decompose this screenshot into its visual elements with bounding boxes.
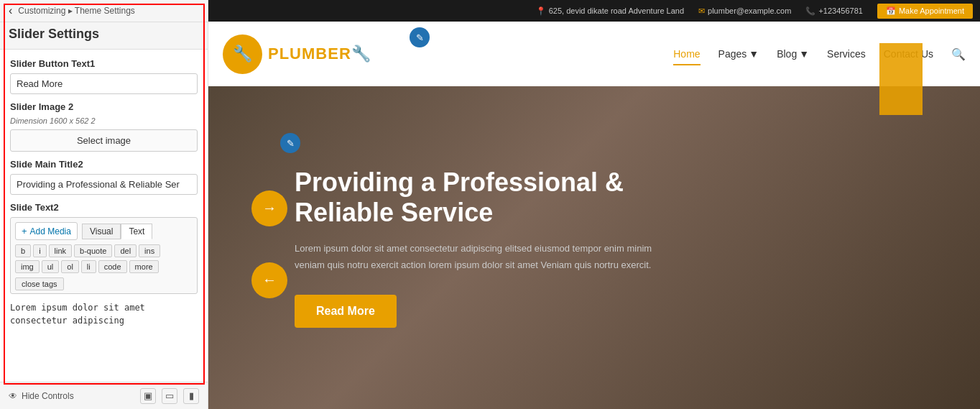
nav-blog[interactable]: Blog ▼ — [777, 48, 809, 60]
add-media-icon: + — [22, 226, 27, 236]
top-info-bar: 📍 625, devid dikate road Adventure Land … — [208, 0, 980, 22]
fmt-b-button[interactable]: b — [15, 244, 31, 257]
nav-pages[interactable]: Pages ▼ — [718, 48, 759, 60]
email-text: plumber@example.com — [708, 6, 791, 15]
field4-label: Slide Text2 — [10, 202, 198, 213]
logo-text: PLUMBER🔧 — [268, 45, 371, 63]
lorem-preview-text: Lorem ipsum dolor sit amet consectetur a… — [10, 301, 198, 327]
email-info: ✉ plumber@example.com — [698, 6, 791, 16]
make-appointment-button[interactable]: 📅 Make Appointment — [877, 4, 973, 19]
nav-home[interactable]: Home — [673, 48, 700, 60]
email-icon: ✉ — [698, 6, 705, 16]
field2-label: Slider Image 2 — [10, 101, 198, 112]
slide-main-title2-input[interactable] — [10, 174, 198, 195]
add-media-button[interactable]: + Add Media — [15, 222, 78, 240]
website-preview: 📍 625, devid dikate road Adventure Land … — [208, 0, 980, 409]
calendar-icon: 📅 — [886, 6, 896, 16]
device-switcher: ▣ ▭ ▮ — [140, 388, 199, 404]
formatting-row-2: img ul ol li code more — [15, 260, 193, 273]
pages-dropdown-icon: ▼ — [749, 48, 759, 60]
mobile-icon[interactable]: ▮ — [183, 388, 199, 404]
fmt-del-button[interactable]: del — [114, 244, 137, 257]
close-tags-button[interactable]: close tags — [15, 277, 64, 290]
blog-dropdown-icon: ▼ — [799, 48, 809, 60]
fmt-more-button[interactable]: more — [129, 260, 159, 273]
fmt-li-button[interactable]: li — [81, 260, 96, 273]
editor-tab-group: Visual Text — [82, 224, 152, 239]
yellow-highlight-square — [879, 43, 923, 115]
fmt-ins-button[interactable]: ins — [139, 244, 160, 257]
fmt-i-button[interactable]: i — [33, 244, 46, 257]
read-more-button[interactable]: Read More — [295, 295, 397, 328]
fmt-ul-button[interactable]: ul — [42, 260, 60, 273]
location-icon: 📍 — [536, 6, 546, 16]
fmt-img-button[interactable]: img — [15, 260, 40, 273]
search-icon[interactable]: 🔍 — [951, 47, 966, 61]
editor-toolbar: + Add Media Visual Text b i link b-quote… — [10, 217, 198, 294]
fmt-link-button[interactable]: link — [49, 244, 73, 257]
nav-services[interactable]: Services — [827, 48, 866, 60]
field1-label: Slider Button Text1 — [10, 58, 198, 69]
address-text: 625, devid dikate road Adventure Land — [549, 6, 684, 15]
formatting-row-1: b i link b-quote del ins — [15, 244, 193, 257]
tab-visual[interactable]: Visual — [82, 224, 121, 239]
back-button[interactable]: ‹ — [9, 4, 12, 17]
field3-label: Slide Main Title2 — [10, 159, 198, 170]
panel-title: Slider Settings — [0, 22, 208, 50]
dimension-text: Dimension 1600 x 562 2 — [10, 116, 198, 125]
tablet-icon[interactable]: ▭ — [162, 388, 177, 404]
breadcrumb: Customizing ▸ Theme Settings — [18, 6, 135, 16]
phone-info: 📞 +123456781 — [805, 6, 862, 16]
fmt-bquote-button[interactable]: b-quote — [74, 244, 112, 257]
customizer-panel: ‹ Customizing ▸ Theme Settings Slider Se… — [0, 0, 208, 409]
fmt-ol-button[interactable]: ol — [61, 260, 79, 273]
hero-subtitle: Lorem ipsum dolor sit amet consectetur a… — [295, 241, 654, 272]
fmt-code-button[interactable]: code — [98, 260, 127, 273]
phone-icon: 📞 — [805, 6, 815, 16]
panel-body: Slider Button Text1 Slider Image 2 Dimen… — [0, 50, 208, 382]
eye-icon: 👁 — [9, 391, 17, 401]
logo-icon: 🔧 — [223, 35, 262, 74]
hero-section: ✎ ← → Providing a Professional & Reliabl… — [208, 86, 980, 409]
hero-edit-pencil[interactable]: ✎ — [280, 133, 300, 153]
logo-area: 🔧 PLUMBER🔧 — [223, 35, 371, 74]
slider-button-text1-input[interactable] — [10, 73, 198, 94]
phone-text: +123456781 — [818, 6, 862, 15]
hide-controls-button[interactable]: 👁 Hide Controls — [9, 391, 74, 401]
hero-content: Providing a Professional & Reliable Serv… — [208, 167, 675, 327]
hero-title: Providing a Professional & Reliable Serv… — [295, 167, 675, 228]
main-navigation: ✎ 🔧 PLUMBER🔧 Home Pages ▼ Blog ▼ Service… — [208, 22, 980, 86]
desktop-icon[interactable]: ▣ — [140, 388, 156, 404]
select-image-button[interactable]: Select image — [10, 129, 198, 152]
tab-text[interactable]: Text — [121, 224, 152, 239]
nav-edit-pencil[interactable]: ✎ — [410, 27, 430, 47]
address-info: 📍 625, devid dikate road Adventure Land — [536, 6, 684, 16]
panel-breadcrumb-bar: ‹ Customizing ▸ Theme Settings — [0, 0, 208, 22]
bottom-bar: 👁 Hide Controls ▣ ▭ ▮ — [0, 382, 208, 409]
